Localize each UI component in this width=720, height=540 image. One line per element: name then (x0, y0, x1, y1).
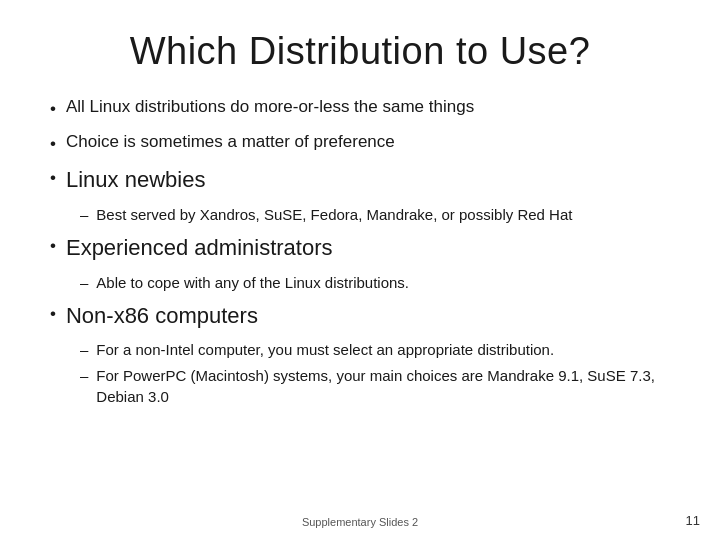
bullet-item-5: • Non-x86 computers (50, 300, 670, 332)
bullet-dot-5: • (50, 302, 56, 327)
bullet-item-2: • Choice is sometimes a matter of prefer… (50, 130, 670, 157)
sub-bullet-dash-4-1: – (80, 272, 88, 294)
sub-bullet-dash-3-1: – (80, 204, 88, 226)
bullet-dot-3: • (50, 166, 56, 191)
sub-bullet-dash-5-2: – (80, 365, 88, 387)
bullet-dot-4: • (50, 234, 56, 259)
slide: Which Distribution to Use? • All Linux d… (0, 0, 720, 540)
sub-bullet-text-4-1: Able to cope with any of the Linux distr… (96, 272, 670, 293)
bullet-text-2: Choice is sometimes a matter of preferen… (66, 130, 670, 155)
sub-bullet-text-5-1: For a non-Intel computer, you must selec… (96, 339, 670, 360)
sub-bullet-item-5-2: – For PowerPC (Macintosh) systems, your … (80, 365, 670, 407)
bullet-item-1: • All Linux distributions do more-or-les… (50, 95, 670, 122)
sub-bullet-item-5-1: – For a non-Intel computer, you must sel… (80, 339, 670, 361)
sub-bullet-text-5-2: For PowerPC (Macintosh) systems, your ma… (96, 365, 670, 407)
bullet-text-1: All Linux distributions do more-or-less … (66, 95, 670, 120)
sub-bullet-item-4-1: – Able to cope with any of the Linux dis… (80, 272, 670, 294)
sub-bullet-dash-5-1: – (80, 339, 88, 361)
bullet-text-4: Experienced administrators (66, 232, 670, 264)
page-number: 11 (686, 513, 700, 528)
bullet-text-5: Non-x86 computers (66, 300, 670, 332)
sub-bullet-text-3-1: Best served by Xandros, SuSE, Fedora, Ma… (96, 204, 670, 225)
bullet-dot-2: • (50, 132, 56, 157)
bullet-dot-1: • (50, 97, 56, 122)
bullet-item-4: • Experienced administrators (50, 232, 670, 264)
slide-footer: Supplementary Slides 2 (0, 516, 720, 528)
footer-text: Supplementary Slides 2 (302, 516, 418, 528)
bullet-item-3: • Linux newbies (50, 164, 670, 196)
sub-bullet-item-3-1: – Best served by Xandros, SuSE, Fedora, … (80, 204, 670, 226)
bullet-text-3: Linux newbies (66, 164, 670, 196)
slide-title: Which Distribution to Use? (50, 30, 670, 73)
slide-content: • All Linux distributions do more-or-les… (50, 95, 670, 500)
